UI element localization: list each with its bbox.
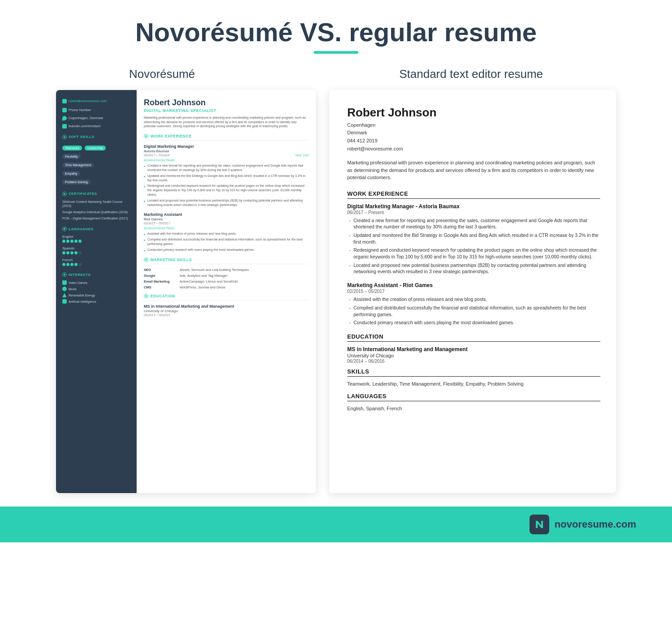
- languages-section-title: LANGUAGES: [62, 227, 130, 231]
- standard-resume-card: Robert Johnson Copenhagen Denmark 044 41…: [329, 90, 616, 493]
- dot-en-4: [74, 240, 78, 243]
- skill-empathy: Empathy: [62, 171, 80, 176]
- std-job-2-b1: Assisted with the creation of press rele…: [347, 296, 600, 303]
- job-2-bullet-1: Assisted with the creation of press rele…: [144, 232, 309, 236]
- std-skills-text: Teamwork, Leadership, Time Management, F…: [347, 381, 600, 387]
- languages-icon: [62, 227, 67, 231]
- job-2-achiev-label: Achievements/Tasks: [144, 226, 309, 230]
- title-underline: [314, 51, 358, 54]
- mkt-skills-label: MARKETING SKILLS: [151, 258, 192, 262]
- job-2-bullet-2: Compiled and distributed successfully th…: [144, 237, 309, 246]
- phone-icon: [62, 108, 67, 112]
- job-1-bullet-3: Redesigned and conducted keyword researc…: [144, 184, 309, 197]
- sidebar-location: Copenhagen, Denmark: [62, 116, 130, 120]
- skill-teamwork: Teamwork: [62, 146, 82, 150]
- right-col-header: Standard text editor resume: [399, 67, 543, 81]
- left-col-header: Novorésumé: [129, 67, 195, 81]
- dot-es-5: [78, 251, 82, 254]
- skill-leadership: Leadership: [85, 146, 106, 150]
- std-job-1-b3: Redesigned and conducted keyword researc…: [347, 247, 600, 260]
- std-job-1-b2: Updated and monitored the Bid Strategy i…: [347, 232, 600, 245]
- dot-es-2: [66, 251, 69, 254]
- std-job-2-b3: Conducted primary research with users pl…: [347, 319, 600, 326]
- interest-1: Video Games: [62, 280, 130, 285]
- edu-dates: 06/2013 – 06/2015: [144, 314, 309, 317]
- job-2-bullet-3: Conducted primary research with users pl…: [144, 248, 309, 252]
- work-exp-header: WORK EXPERIENCE: [144, 134, 309, 141]
- mkt-section-icon: [144, 258, 148, 262]
- certificates-icon: [62, 192, 67, 196]
- job-1-title: Digital Marketing Manager: [144, 144, 309, 149]
- page-footer: novoresume.com: [0, 507, 672, 542]
- std-skills-title: SKILLS: [347, 368, 600, 377]
- sidebar-linkedin: linkedin.com/in/robert: [62, 124, 130, 129]
- location-icon: [62, 116, 67, 120]
- std-job-1-dates: 06/2017 – Present: [347, 210, 600, 215]
- std-job-2-b2: Compiled and distributed successfully th…: [347, 305, 600, 318]
- dot-fr-2: [66, 263, 69, 266]
- skill-row-cms: CMS WordPress, Joomla and Ghost: [144, 285, 309, 289]
- ai-icon: [62, 299, 67, 304]
- job-1: Digital Marketing Manager Astoria Baumax…: [144, 144, 309, 207]
- skill-flexibility: Flexibility: [62, 154, 81, 159]
- dot-fr-1: [62, 263, 65, 266]
- job-2-dates: 02/2015 – 05/2017: [144, 222, 309, 225]
- edu-school: University of Chicago: [144, 309, 309, 313]
- std-job-2-dates: 02/2015 – 05/2017: [347, 289, 600, 294]
- dot-es-1: [62, 251, 65, 254]
- skill-time-mgmt: Time Management: [62, 163, 94, 167]
- logo-text: novoresume.com: [555, 519, 636, 530]
- std-edu-title: EDUCATION: [347, 333, 600, 342]
- job-1-dates: 06/2017 – Present New York: [144, 154, 309, 157]
- job-1-achiev-label: Achievements/Tasks: [144, 158, 309, 162]
- interest-3: Renewable Energy: [62, 293, 130, 297]
- edu-header: EDUCATION: [144, 294, 309, 301]
- linkedin-icon: [62, 124, 67, 129]
- sidebar-phone: Phone Number: [62, 108, 130, 112]
- work-section-icon: [144, 134, 148, 138]
- std-job-2: Marketing Assistant - Riot Games 02/2015…: [347, 282, 600, 326]
- cert-1: SEMrush Content Marketing Toolkit Course…: [62, 200, 130, 208]
- novo-summary: Marketing professional with proven exper…: [144, 116, 309, 129]
- dot-en-1: [62, 240, 65, 243]
- page-wrapper: Novorésumé VS. regular resume Novorésumé…: [0, 0, 672, 627]
- std-edu-dates: 06/2014 – 06/2016: [347, 359, 600, 364]
- skill-row-google: Google Ads, Analytics and Tag Manager: [144, 274, 309, 278]
- skill-problem-solving: Problem Solving: [62, 180, 90, 185]
- job-1-bullet-2: Updated and monitored the Bid Strategy i…: [144, 174, 309, 183]
- job-1-company: Astoria Baumax: [144, 149, 309, 153]
- skill-row-seo: SEO Ahrefs, Semrush and Link-building Te…: [144, 268, 309, 272]
- lang-english: English: [62, 235, 130, 243]
- std-edu-degree: MS in International Marketing and Manage…: [347, 346, 600, 352]
- dot-fr-4: [74, 263, 78, 266]
- novoresume-card: robert@novoresume.com Phone Number Copen…: [56, 90, 316, 493]
- std-summary: Marketing professional with proven exper…: [347, 159, 600, 181]
- interest-2: Music: [62, 287, 130, 291]
- job-2-title: Marketing Assistant: [144, 212, 309, 217]
- cert-2: Google Analytics Individual Qualificatio…: [62, 210, 130, 214]
- novo-candidate-name: Robert Johnson: [144, 98, 309, 107]
- interests-section-title: INTERESTS: [62, 272, 130, 277]
- std-lang-title: LANGUAGES: [347, 393, 600, 401]
- std-candidate-name: Robert Johnson: [347, 106, 600, 120]
- dot-en-2: [66, 240, 69, 243]
- novo-sidebar: robert@novoresume.com Phone Number Copen…: [56, 90, 137, 493]
- page-title: Novorésumé VS. regular resume: [27, 18, 645, 47]
- edu-degree: MS in International Marketing and Manage…: [144, 304, 309, 309]
- skills-table: SEO Ahrefs, Semrush and Link-building Te…: [144, 268, 309, 289]
- job-2: Marketing Assistant Riot Games 02/2015 –…: [144, 212, 309, 252]
- job-1-bullet-1: Created a new format for reporting and p…: [144, 163, 309, 172]
- logo-icon: [530, 515, 549, 534]
- job-1-bullet-4: Located and proposed new potential busin…: [144, 198, 309, 207]
- lang-spanish: Spanish: [62, 246, 130, 254]
- job-2-company: Riot Games: [144, 217, 309, 221]
- resumes-container: robert@novoresume.com Phone Number Copen…: [27, 90, 645, 493]
- edu-section-icon: [144, 294, 148, 298]
- certificates-section-title: CERTIFICATES: [62, 192, 130, 196]
- email-icon: [62, 99, 67, 103]
- std-job-1-b1: Created a new format for reporting and p…: [347, 217, 600, 230]
- dot-es-4: [74, 251, 78, 254]
- work-section-label: WORK EXPERIENCE: [151, 134, 192, 138]
- std-job-1: Digital Marketing Manager - Astoria Baum…: [347, 203, 600, 275]
- lang-french: French: [62, 258, 130, 266]
